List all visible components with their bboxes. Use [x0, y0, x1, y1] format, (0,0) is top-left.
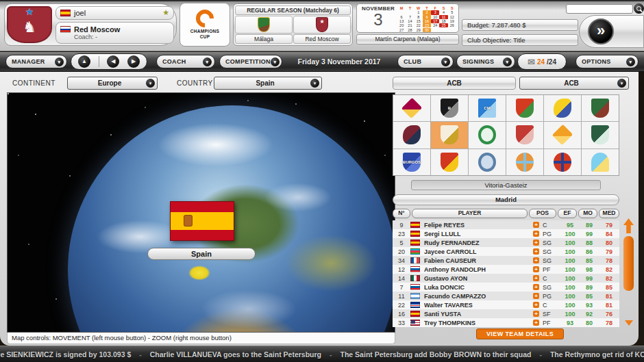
- player-add-icon[interactable]: +: [533, 257, 539, 263]
- player-add-icon[interactable]: +: [533, 293, 539, 299]
- team-cell[interactable]: B: [431, 95, 468, 121]
- scrollbar-thumb[interactable]: [623, 236, 634, 291]
- calendar-day-cell[interactable]: 21: [406, 23, 414, 27]
- calendar-day-cell[interactable]: 10: [431, 15, 439, 19]
- team-cell[interactable]: BURGOS: [393, 149, 430, 175]
- calendar-day-cell[interactable]: 19: [448, 19, 456, 23]
- roster-row[interactable]: 14Gustavo AYON+C1009982: [393, 274, 619, 283]
- team-cell[interactable]: [582, 149, 619, 175]
- roster-row[interactable]: 5Rudy FERNANDEZ+SG1008880: [393, 238, 619, 247]
- team-cell[interactable]: CM: [469, 95, 506, 121]
- calendar-day-cell[interactable]: 2: [423, 10, 431, 14]
- team-cell[interactable]: [506, 149, 543, 175]
- team-cell[interactable]: [469, 149, 506, 175]
- calendar-day-cell[interactable]: 3: [431, 10, 439, 14]
- calendar-day-cell[interactable]: 4: [439, 10, 447, 14]
- team-cell[interactable]: [469, 122, 506, 148]
- team-cell[interactable]: [582, 95, 619, 121]
- selected-country-pill[interactable]: Spain: [147, 248, 256, 260]
- player-add-icon[interactable]: +: [533, 311, 539, 317]
- team-cell[interactable]: [544, 122, 581, 148]
- calendar-day-cell[interactable]: 13: [397, 19, 406, 23]
- calendar-day-cell[interactable]: 7: [406, 15, 414, 19]
- scroll-up-button[interactable]: [623, 218, 634, 233]
- calendar-day-cell[interactable]: 18: [439, 19, 447, 23]
- view-team-details-button[interactable]: VIEW TEAM DETAILS: [476, 328, 564, 339]
- menu-signings[interactable]: SIGNINGS▾: [456, 55, 515, 68]
- search-button[interactable]: [634, 3, 644, 14]
- calendar-day-cell[interactable]: 12: [448, 15, 456, 19]
- nav-up-button[interactable]: ▲: [78, 55, 90, 68]
- calendar-day-cell[interactable]: 29: [414, 28, 423, 32]
- calendar-day-cell[interactable]: 16: [423, 19, 431, 23]
- roster-row[interactable]: 22Walter TAVARES+C1009381: [393, 300, 619, 309]
- calendar-day-cell[interactable]: 5: [448, 10, 456, 14]
- scroll-down-button[interactable]: [625, 320, 633, 326]
- calendar-day-cell[interactable]: 20: [397, 23, 406, 27]
- team-cell[interactable]: [431, 149, 468, 175]
- menu-options[interactable]: OPTIONS▾: [575, 55, 639, 68]
- calendar-day-cell[interactable]: 9: [423, 15, 431, 19]
- nav-forward-button[interactable]: ▶: [127, 55, 140, 68]
- calendar-day-cell[interactable]: 8: [414, 15, 423, 19]
- roster-row[interactable]: 33Trey THOMPKINS+PF938078: [393, 318, 619, 327]
- menu-coach[interactable]: COACH▾: [156, 55, 215, 68]
- roster-row[interactable]: 12Anthony RANDOLPH+PF1009882: [393, 265, 619, 274]
- roster-row[interactable]: 9Felipe REYES+C958979: [393, 220, 619, 229]
- continue-button[interactable]: »: [588, 18, 614, 44]
- menu-competition[interactable]: COMPETITION▾: [219, 55, 282, 68]
- calendar-day-cell[interactable]: 11: [439, 15, 447, 19]
- roster-row[interactable]: 7Luka DONCIC+SG1008985: [393, 283, 619, 292]
- player-add-icon[interactable]: +: [533, 275, 539, 281]
- mail-button[interactable]: ✉ 24 /24: [517, 53, 567, 70]
- next-match-box[interactable]: REGULAR SEASON (Matchday 6) Málaga Red M…: [233, 3, 353, 46]
- calendar-day-cell[interactable]: 14: [406, 19, 414, 23]
- roster-row[interactable]: 20Jaycee CARROLL+SG1008679: [393, 247, 619, 256]
- calendar-day-cell[interactable]: 23: [423, 23, 431, 27]
- calendar-day-cell[interactable]: 1: [414, 10, 423, 14]
- roster-row[interactable]: 11Facundo CAMPAZZO+PG1008581: [393, 292, 619, 300]
- search-input[interactable]: [566, 4, 633, 14]
- roster-row[interactable]: 34Fabien CAUSEUR+SG1008578: [393, 256, 619, 265]
- continent-select[interactable]: Europe ▾: [67, 77, 158, 90]
- player-add-icon[interactable]: +: [533, 240, 539, 246]
- team-cell[interactable]: [506, 95, 543, 121]
- roster-row[interactable]: 16Santi YUSTA+SF1009276: [393, 309, 619, 318]
- roster-row[interactable]: 23Sergi LLULL+PG1009984: [393, 229, 619, 238]
- player-add-icon[interactable]: +: [533, 266, 539, 272]
- calendar-widget[interactable]: NOVEMBER 3 MTWTFSS1234567891011121314151…: [356, 3, 459, 33]
- player-add-icon[interactable]: +: [533, 231, 539, 237]
- world-map-view[interactable]: Spain: [7, 92, 395, 333]
- selected-country-flag[interactable]: [170, 201, 234, 241]
- team-cell[interactable]: [582, 122, 619, 148]
- calendar-day-cell[interactable]: 27: [397, 28, 406, 32]
- country-select[interactable]: Spain ▾: [214, 77, 322, 90]
- calendar-day-cell[interactable]: 25: [439, 23, 447, 27]
- calendar-day-cell[interactable]: 17: [431, 19, 439, 23]
- manager-bar[interactable]: joel ★: [55, 6, 174, 20]
- team-cell[interactable]: [393, 95, 430, 121]
- calendar-day-cell[interactable]: 6: [397, 15, 406, 19]
- calendar-grid[interactable]: MTWTFSS123456789101112131415161718192021…: [397, 6, 456, 31]
- nav-back-button[interactable]: ◀: [107, 55, 119, 68]
- player-add-icon[interactable]: +: [533, 284, 539, 290]
- calendar-day-cell[interactable]: 24: [431, 23, 439, 27]
- menu-club[interactable]: CLUB▾: [397, 55, 454, 68]
- team-cell[interactable]: [393, 122, 430, 148]
- player-add-icon[interactable]: +: [533, 248, 539, 255]
- calendar-day-cell[interactable]: 26: [448, 23, 456, 27]
- player-add-icon[interactable]: +: [533, 222, 539, 228]
- team-cell[interactable]: [506, 122, 543, 148]
- calendar-day-cell[interactable]: 28: [406, 28, 414, 32]
- league-select[interactable]: ACB ▾: [519, 77, 629, 90]
- team-cell-selected[interactable]: [431, 122, 468, 148]
- club-bar[interactable]: Red Moscow Coach: -: [55, 22, 174, 44]
- menu-manager[interactable]: MANAGER▾: [5, 55, 67, 68]
- calendar-day-cell[interactable]: 30: [423, 28, 431, 32]
- calendar-day-cell[interactable]: 22: [414, 23, 423, 27]
- team-cell[interactable]: [544, 149, 581, 175]
- player-add-icon[interactable]: +: [533, 302, 539, 308]
- team-cell[interactable]: [544, 95, 581, 121]
- player-add-icon[interactable]: +: [533, 320, 539, 326]
- calendar-day-cell[interactable]: 15: [414, 19, 423, 23]
